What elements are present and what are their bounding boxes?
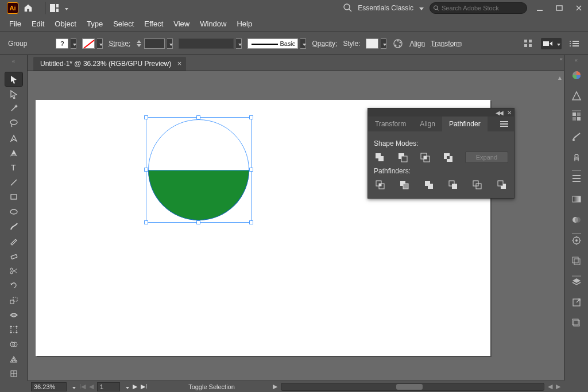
direct-selection-tool[interactable] [5,87,22,101]
selection-handle[interactable] [144,220,148,224]
panel-tab-align[interactable]: Align [413,117,442,131]
panel-titlebar[interactable]: ◀◀ ✕ [368,108,514,117]
curvature-tool[interactable] [5,146,22,160]
nav-prev-icon[interactable]: ◀ [89,383,94,390]
asset-export-panel-icon[interactable] [569,295,584,310]
shapemode-intersect-icon[interactable] [419,151,431,164]
zoom-dropdown-icon[interactable] [70,383,76,390]
transparency-panel-icon[interactable] [569,212,584,227]
rectangle-tool[interactable] [5,190,22,204]
home-icon[interactable] [23,3,33,13]
selection-handle[interactable] [144,168,148,172]
color-panel-icon[interactable] [569,68,584,83]
pathfinder-divide-icon[interactable] [374,178,386,191]
fill-swatch[interactable]: ? [56,38,76,49]
panel-tab-pathfinder[interactable]: Pathfinder [442,117,488,131]
pen-tool[interactable] [5,131,22,145]
color-guide-panel-icon[interactable] [569,88,584,103]
search-stock-field[interactable] [430,2,527,14]
symbols-panel-icon[interactable] [569,150,584,165]
zoom-level-field[interactable]: 36.23% [31,382,67,391]
variable-width-profile[interactable] [179,38,242,49]
mesh-tool[interactable] [5,367,22,381]
selection-handle[interactable] [144,115,148,119]
pathfinder-crop-icon[interactable] [447,178,459,191]
paintbrush-tool[interactable] [5,220,22,234]
close-tab-icon[interactable]: × [177,59,182,68]
free-transform-tool[interactable] [5,323,22,336]
selection-tool[interactable] [5,72,22,86]
pathfinder-trim-icon[interactable] [398,178,411,191]
arrange-documents-button[interactable] [50,4,68,12]
ellipse-tool[interactable] [5,205,22,219]
menu-file[interactable]: File [9,20,21,28]
menu-select[interactable]: Select [113,20,134,28]
pencil-tool[interactable] [5,234,22,248]
brush-definition[interactable]: Basic [247,38,306,49]
selection-handle[interactable] [196,220,200,224]
scissors-tool[interactable] [5,264,22,278]
status-hint-play-icon[interactable]: ▶ [273,383,277,390]
stroke-weight-field[interactable] [136,38,173,49]
graphic-styles-panel-icon[interactable] [569,254,584,269]
selection-handle[interactable] [249,168,253,172]
selection-bounding-box[interactable] [146,117,252,223]
panel-collapse-icon[interactable]: ◀◀ [496,110,502,116]
eraser-tool[interactable] [5,249,22,263]
pathfinder-outline-icon[interactable] [471,178,483,191]
stroke-label[interactable]: Stroke: [109,40,130,48]
maximize-button[interactable] [552,2,566,14]
menu-view[interactable]: View [173,20,189,28]
search-icon[interactable] [343,3,352,14]
close-button[interactable] [572,2,586,14]
menu-type[interactable]: Type [87,20,103,28]
line-tool[interactable] [5,176,22,189]
shapemode-minus-front-icon[interactable] [397,151,408,164]
menu-effect[interactable]: Effect [144,20,163,28]
search-stock-input[interactable] [442,5,523,11]
gradient-panel-icon[interactable] [569,192,584,207]
stroke-panel-icon[interactable] [569,171,584,186]
minimize-button[interactable] [533,2,547,14]
panel-close-icon[interactable]: ✕ [507,110,512,116]
magic-wand-tool[interactable] [5,102,22,115]
graphic-style[interactable] [366,38,386,49]
panel-menu-icon[interactable] [568,38,580,49]
nav-last-icon[interactable]: ▶I [141,383,147,390]
rotate-tool[interactable] [5,278,22,292]
selection-handle[interactable] [196,115,200,119]
panel-flyout-menu-icon[interactable] [494,121,514,127]
pathfinder-minus-back-icon[interactable] [496,178,508,191]
width-tool[interactable] [5,308,22,322]
selection-handle[interactable] [249,115,253,119]
nav-first-icon[interactable]: I◀ [79,383,86,390]
shapemode-unite-icon[interactable] [374,151,385,164]
scroll-right-icon[interactable]: ▶ [556,383,560,390]
pathfinder-panel[interactable]: ◀◀ ✕ Transform Align Pathfinder Shape Mo… [368,108,514,199]
brushes-panel-icon[interactable] [569,130,584,145]
align-to-selection[interactable] [541,38,562,49]
menu-object[interactable]: Object [55,20,76,28]
recolor-artwork-icon[interactable] [392,38,404,49]
scrollbar-thumb[interactable] [396,384,423,390]
shape-builder-tool[interactable] [5,337,22,351]
stroke-swatch[interactable] [82,38,103,49]
menu-help[interactable]: Help [237,20,252,28]
menu-window[interactable]: Window [200,20,226,28]
nav-next-icon[interactable]: ▶ [133,383,137,390]
scroll-left-icon[interactable]: ◀ [548,383,552,390]
opacity-label[interactable]: Opacity: [312,40,337,48]
isolate-group-icon[interactable] [523,38,534,49]
panel-tab-transform[interactable]: Transform [368,117,413,131]
lasso-tool[interactable] [5,117,22,130]
appearance-panel-icon[interactable] [569,233,584,248]
selection-handle[interactable] [249,220,253,224]
scale-tool[interactable] [5,293,22,307]
align-link[interactable]: Align [409,40,425,48]
document-tab[interactable]: Untitled-1* @ 36.23% (RGB/GPU Preview) × [33,57,186,71]
transform-link[interactable]: Transform [431,40,462,48]
horizontal-scrollbar[interactable] [281,383,544,391]
artboard-number-field[interactable]: 1 [97,382,120,391]
pathfinder-merge-icon[interactable] [423,178,435,191]
perspective-grid-tool[interactable] [5,352,22,366]
